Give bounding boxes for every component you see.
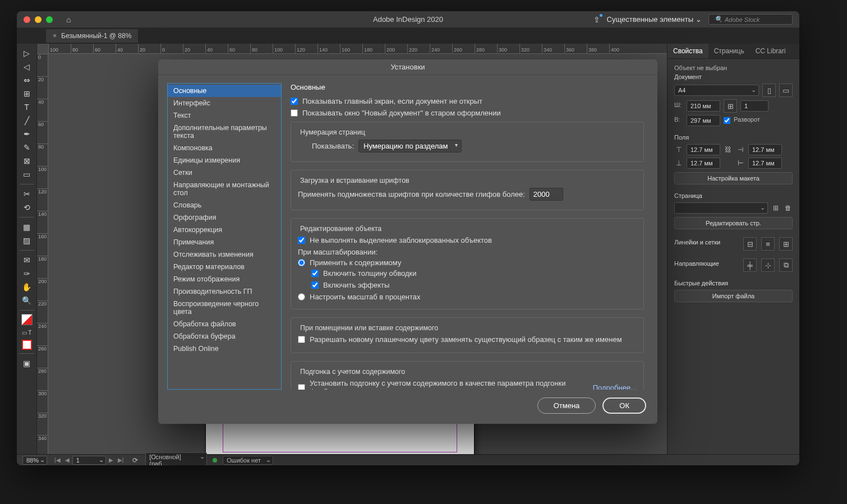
show-home-checkbox[interactable] xyxy=(291,98,298,105)
close-window-button[interactable] xyxy=(24,16,30,23)
open-icon[interactable]: ⟳ xyxy=(131,456,140,465)
screen-mode[interactable]: ▣ xyxy=(19,357,35,369)
include-stroke-row[interactable]: Включить толщину обводки xyxy=(311,269,637,278)
page-tool[interactable]: ⇔ xyxy=(19,74,35,86)
gradient-feather-tool[interactable]: ▨ xyxy=(19,234,35,247)
prefs-category-item[interactable]: Обработка файлов xyxy=(168,318,281,330)
page-select[interactable] xyxy=(674,202,768,214)
gradient-swatch-tool[interactable]: ▦ xyxy=(19,221,35,233)
add-page-icon[interactable]: ⊞ xyxy=(771,204,780,212)
first-page-button[interactable]: |◀ xyxy=(53,457,62,463)
document-grid-icon[interactable]: ⊞ xyxy=(779,237,793,251)
spread-checkbox[interactable] xyxy=(724,117,730,124)
close-tab-icon[interactable]: × xyxy=(53,32,57,40)
page-preset-select[interactable]: A4 xyxy=(674,85,759,96)
free-transform-tool[interactable]: ⟲ xyxy=(19,201,35,214)
share-icon[interactable]: ⇪ xyxy=(593,15,600,24)
hand-tool[interactable]: ✋ xyxy=(19,281,35,293)
snap-icon[interactable]: ⧉ xyxy=(779,258,793,272)
noselect-locked-checkbox[interactable] xyxy=(298,237,305,244)
prefs-category-item[interactable]: Примечания xyxy=(168,236,281,248)
zoom-tool[interactable]: 🔍 xyxy=(19,294,35,307)
prev-page-button[interactable]: ◀ xyxy=(63,457,71,463)
ruler-icon[interactable]: ⊟ xyxy=(743,237,757,251)
home-icon[interactable]: ⌂ xyxy=(66,15,71,24)
margin-top-input[interactable] xyxy=(687,144,720,155)
scissors-tool[interactable]: ✂ xyxy=(19,188,35,200)
prefs-category-item[interactable]: Обработка буфера xyxy=(168,330,281,343)
smart-guides-icon[interactable]: ⊹ xyxy=(761,258,775,272)
link-icon[interactable]: ⛓ xyxy=(724,145,733,154)
prefs-category-item[interactable]: Текст xyxy=(168,109,281,122)
numbering-dropdown[interactable]: Нумерацию по разделам xyxy=(358,140,462,152)
prefs-category-item[interactable]: Сетки xyxy=(168,167,281,179)
format-container-text-toggle[interactable]: ▭ T xyxy=(19,326,35,339)
type-tool[interactable]: T xyxy=(19,101,35,113)
prefs-category-item[interactable]: Отслеживать изменения xyxy=(168,248,281,261)
preflight-select[interactable]: Ошибок нет xyxy=(223,456,273,465)
delete-page-icon[interactable]: 🗑 xyxy=(784,204,793,212)
apply-content-radio[interactable] xyxy=(298,259,305,266)
minimize-window-button[interactable] xyxy=(35,16,42,23)
line-tool[interactable]: ╱ xyxy=(19,114,35,127)
pages-icon[interactable]: ⊞ xyxy=(724,99,737,113)
prefs-category-item[interactable]: Publish Online xyxy=(168,343,281,355)
selection-tool[interactable]: ▷ xyxy=(19,47,35,59)
gap-tool[interactable]: ⊞ xyxy=(19,87,35,100)
pages-input[interactable] xyxy=(740,100,768,112)
rectangle-tool[interactable]: ▭ xyxy=(19,168,35,181)
prefs-category-item[interactable]: Дополнительные параметры текста xyxy=(168,122,281,142)
include-effects-row[interactable]: Включить эффекты xyxy=(311,281,637,289)
prefs-category-item[interactable]: Направляющие и монтажный стол xyxy=(168,179,281,199)
last-page-button[interactable]: ▶| xyxy=(116,457,126,463)
zoom-select[interactable]: 88% xyxy=(22,456,47,465)
allow-swatch-checkbox[interactable] xyxy=(298,336,305,343)
content-fit-checkbox[interactable] xyxy=(298,384,305,390)
workspace-dropdown[interactable]: Существенные элементы ⌄ xyxy=(607,15,702,24)
content-fit-row[interactable]: Установить подгонку с учетом содержимого… xyxy=(298,379,637,390)
search-input[interactable]: 🔍 Adobe Stock xyxy=(708,14,793,25)
tab-cc-libraries[interactable]: CC Librari xyxy=(750,44,791,58)
cancel-button[interactable]: Отмена xyxy=(537,397,596,414)
margin-bottom-input[interactable] xyxy=(687,158,720,169)
prefs-category-item[interactable]: Воспроизведение черного цвета xyxy=(168,298,281,318)
content-fit-more-link[interactable]: Подробнее... xyxy=(593,383,637,390)
import-file-button[interactable]: Импорт файла xyxy=(674,290,793,302)
adjust-percent-radio[interactable] xyxy=(298,293,305,300)
prefs-category-item[interactable]: Редактор материалов xyxy=(168,261,281,273)
page-field[interactable]: 1 xyxy=(72,456,106,465)
apply-content-radio-row[interactable]: Применить к содержимому xyxy=(298,258,637,267)
pencil-tool[interactable]: ✎ xyxy=(19,141,35,154)
apply-color[interactable] xyxy=(22,340,32,350)
prefs-category-item[interactable]: Автокоррекция xyxy=(168,224,281,236)
include-stroke-checkbox[interactable] xyxy=(311,270,319,277)
noselect-locked-row[interactable]: Не выполнять выделение заблокированных о… xyxy=(298,236,637,244)
include-effects-checkbox[interactable] xyxy=(311,281,319,289)
adjust-percent-radio-row[interactable]: Настроить масштаб в процентах xyxy=(298,293,637,301)
orientation-portrait-icon[interactable]: ▯ xyxy=(762,84,776,97)
prefs-category-item[interactable]: Интерфейс xyxy=(168,97,281,109)
margin-right-input[interactable] xyxy=(748,158,782,169)
rectangle-frame-tool[interactable]: ⊠ xyxy=(19,155,35,167)
prefs-category-item[interactable]: Единицы измерения xyxy=(168,154,281,167)
show-home-checkbox-row[interactable]: Показывать главный экран, если документ … xyxy=(291,97,644,105)
layout-settings-button[interactable]: Настройка макета xyxy=(674,172,793,184)
baseline-grid-icon[interactable]: ≡ xyxy=(761,237,775,251)
tab-properties[interactable]: Свойства xyxy=(668,44,708,58)
prefs-category-item[interactable]: Производительность ГП xyxy=(168,285,281,298)
eyedropper-tool[interactable]: ✑ xyxy=(19,267,35,280)
legacy-newdoc-checkbox-row[interactable]: Показывать окно "Новый документ" в старо… xyxy=(291,109,644,117)
next-page-button[interactable]: ▶ xyxy=(107,457,115,463)
allow-swatch-row[interactable]: Разрешать новому плашечному цвету заменя… xyxy=(298,335,637,344)
edit-pages-button[interactable]: Редактировать стр. xyxy=(674,217,793,229)
orientation-landscape-icon[interactable]: ▭ xyxy=(779,84,793,97)
prefs-category-item[interactable]: Основные xyxy=(168,85,281,97)
font-subset-input[interactable] xyxy=(530,188,563,201)
width-input[interactable] xyxy=(687,100,720,112)
height-input[interactable] xyxy=(687,115,720,126)
margin-left-input[interactable] xyxy=(748,144,782,155)
prefs-category-item[interactable]: Словарь xyxy=(168,199,281,211)
tab-pages[interactable]: Страниць xyxy=(708,44,750,58)
prefs-category-item[interactable]: Орфография xyxy=(168,211,281,224)
ok-button[interactable]: ОК xyxy=(602,397,646,414)
